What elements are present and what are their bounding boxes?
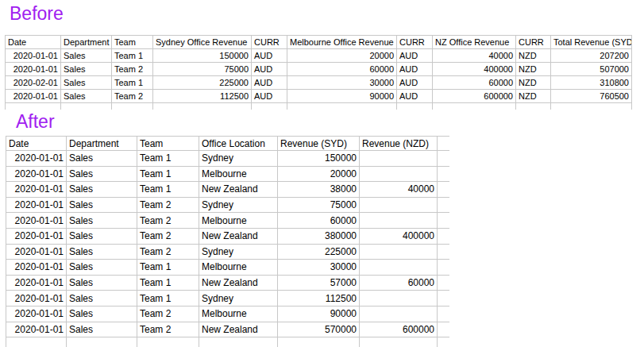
cell[interactable]: 2020-01-01: [6, 244, 67, 260]
cell[interactable]: Melbourne: [199, 260, 278, 276]
cell[interactable]: 2020-01-01: [6, 322, 67, 337]
cell[interactable]: [360, 260, 438, 276]
column-header[interactable]: CURR: [252, 36, 287, 49]
cell[interactable]: 2020-01-01: [6, 228, 67, 244]
cell[interactable]: 60000: [360, 275, 438, 291]
cell[interactable]: Sales: [67, 244, 137, 260]
cell[interactable]: 30000: [278, 260, 360, 276]
cell[interactable]: Sales: [67, 213, 137, 229]
cell[interactable]: Team 2: [137, 197, 199, 213]
cell[interactable]: Team 2: [112, 90, 153, 103]
cell[interactable]: [438, 306, 449, 322]
cell[interactable]: 600000: [433, 90, 516, 103]
cell[interactable]: 90000: [287, 90, 397, 103]
cell[interactable]: New Zealand: [199, 275, 278, 291]
cell[interactable]: AUD: [397, 49, 433, 63]
cell[interactable]: 600000: [360, 322, 438, 337]
cell[interactable]: Sales: [67, 228, 137, 244]
cell[interactable]: [287, 103, 397, 110]
cell[interactable]: [61, 103, 112, 110]
cell[interactable]: 2020-01-01: [6, 151, 67, 167]
cell[interactable]: AUD: [397, 90, 433, 103]
cell[interactable]: New Zealand: [199, 322, 278, 337]
cell[interactable]: 75000: [153, 63, 252, 76]
cell[interactable]: [438, 322, 449, 337]
cell[interactable]: [438, 151, 449, 167]
cell[interactable]: [438, 166, 449, 182]
cell[interactable]: 60000: [278, 213, 360, 229]
cell[interactable]: 40000: [360, 182, 438, 198]
cell[interactable]: 60000: [433, 76, 516, 90]
cell[interactable]: Sales: [67, 260, 137, 276]
cell[interactable]: 112500: [278, 291, 360, 307]
cell[interactable]: Team 2: [137, 228, 199, 244]
cell[interactable]: [360, 213, 438, 229]
cell[interactable]: [278, 337, 360, 347]
cell[interactable]: [6, 337, 67, 347]
cell[interactable]: AUD: [252, 76, 287, 90]
cell[interactable]: [438, 275, 449, 291]
cell[interactable]: [199, 337, 278, 347]
cell[interactable]: Sales: [67, 275, 137, 291]
cell[interactable]: Team 1: [137, 291, 199, 307]
cell[interactable]: Sydney: [199, 291, 278, 307]
cell[interactable]: [438, 244, 449, 260]
cell[interactable]: Sales: [67, 151, 137, 167]
column-header[interactable]: Date: [6, 137, 67, 151]
column-header[interactable]: Office Location: [199, 137, 278, 151]
cell[interactable]: Sales: [67, 291, 137, 307]
cell[interactable]: 112500: [153, 90, 252, 103]
cell[interactable]: 20000: [287, 49, 397, 63]
cell[interactable]: NZD: [516, 49, 551, 63]
cell[interactable]: Team 1: [137, 182, 199, 198]
cell[interactable]: Team 1: [137, 260, 199, 276]
cell[interactable]: Melbourne: [199, 166, 278, 182]
cell[interactable]: Sales: [61, 63, 112, 76]
cell[interactable]: Sales: [61, 90, 112, 103]
cell[interactable]: 2020-01-01: [6, 260, 67, 276]
cell[interactable]: 225000: [278, 244, 360, 260]
cell[interactable]: 75000: [278, 197, 360, 213]
cell[interactable]: 2020-01-01: [6, 197, 67, 213]
cell[interactable]: 2020-01-01: [6, 166, 67, 182]
cell[interactable]: [360, 291, 438, 307]
cell[interactable]: Team 2: [137, 306, 199, 322]
cell[interactable]: NZD: [516, 90, 551, 103]
cell[interactable]: [112, 103, 153, 110]
cell[interactable]: AUD: [252, 49, 287, 63]
cell[interactable]: 760500: [551, 90, 632, 103]
column-header[interactable]: NZ Office Revenue: [433, 36, 516, 49]
cell[interactable]: 30000: [287, 76, 397, 90]
cell[interactable]: [438, 197, 449, 213]
cell[interactable]: Sales: [67, 197, 137, 213]
column-header[interactable]: Team: [137, 137, 199, 151]
cell[interactable]: Team 1: [137, 166, 199, 182]
cell[interactable]: Team 1: [112, 49, 153, 63]
cell[interactable]: Sales: [61, 49, 112, 63]
cell[interactable]: 380000: [278, 228, 360, 244]
cell[interactable]: Sales: [67, 322, 137, 337]
cell[interactable]: [360, 306, 438, 322]
cell[interactable]: AUD: [252, 90, 287, 103]
cell[interactable]: [438, 337, 449, 347]
cell[interactable]: 507000: [551, 63, 632, 76]
cell[interactable]: New Zealand: [199, 228, 278, 244]
cell[interactable]: 20000: [278, 166, 360, 182]
column-header[interactable]: Melbourne Office Revenue: [287, 36, 397, 49]
cell[interactable]: AUD: [397, 76, 433, 90]
cell[interactable]: Sales: [67, 166, 137, 182]
cell[interactable]: [438, 260, 449, 276]
cell[interactable]: 38000: [278, 182, 360, 198]
cell[interactable]: Team 2: [112, 63, 153, 76]
cell[interactable]: 2020-02-01: [6, 76, 61, 90]
cell[interactable]: AUD: [397, 63, 433, 76]
cell[interactable]: 2020-01-01: [6, 182, 67, 198]
cell[interactable]: 400000: [433, 63, 516, 76]
cell[interactable]: 2020-01-01: [6, 213, 67, 229]
cell[interactable]: [438, 213, 449, 229]
cell[interactable]: 57000: [278, 275, 360, 291]
cell[interactable]: [153, 103, 252, 110]
column-header[interactable]: Sydney Office Revenue: [153, 36, 252, 49]
cell[interactable]: 2020-01-01: [6, 90, 61, 103]
cell[interactable]: 2020-01-01: [6, 49, 61, 63]
